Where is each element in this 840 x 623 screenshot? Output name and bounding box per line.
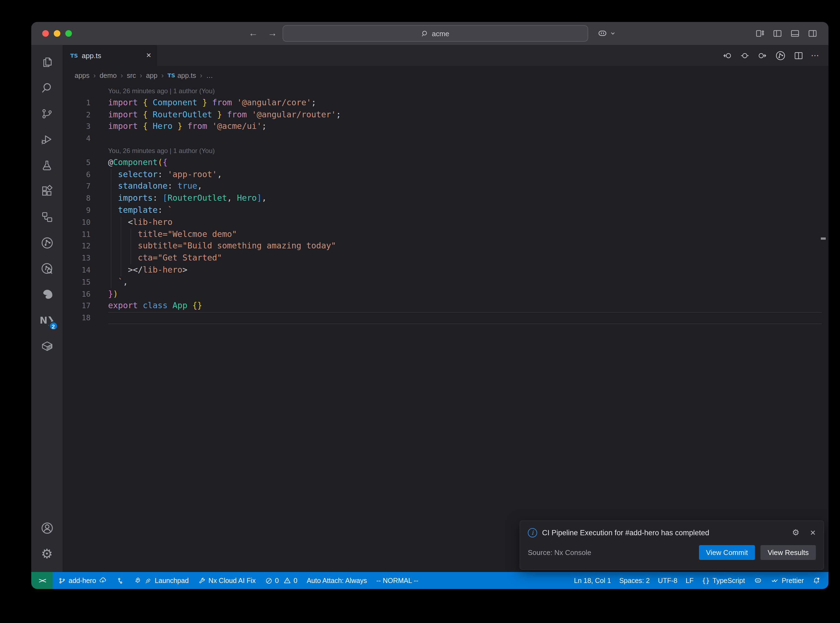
breadcrumb-separator-icon: › [161,71,164,80]
code-line[interactable]: 1import { Component } from '@angular/cor… [63,97,828,109]
code-line[interactable]: 14 ></lib-hero> [63,264,828,276]
view-commit-button[interactable]: View Commit [699,545,755,560]
wrench-icon [198,577,206,584]
code-line[interactable]: 16}) [63,288,828,300]
code-editor[interactable]: You, 26 minutes ago | 1 author (You)1imp… [63,85,828,572]
info-icon: i [528,528,537,537]
run-debug-icon[interactable] [35,127,59,152]
code-line[interactable]: 3import { Hero } from '@acme/ui'; [63,121,828,133]
close-window-button[interactable] [42,30,49,37]
code-line[interactable]: 8 imports: [RouterOutlet, Hero], [63,192,828,204]
nx-graph-icon[interactable] [775,50,786,61]
indent-guide [131,229,131,264]
cursor-position-status[interactable]: Ln 18, Col 1 [574,577,611,584]
tab-close-icon[interactable]: ✕ [146,52,151,59]
breadcrumb-item[interactable]: src [127,72,136,79]
code-line[interactable]: 9 template: ` [63,204,828,216]
screen: ← → acme [0,0,840,623]
more-actions-icon[interactable]: ⋯ [811,51,820,60]
line-number: 6 [63,169,91,181]
navigate-forward-icon[interactable]: → [268,28,277,39]
code-line[interactable]: 12 subtitle="Build something amazing tod… [63,241,828,253]
edge-tools-icon[interactable] [35,281,59,307]
notification-title: CI Pipeline Execution for #add-hero has … [542,528,787,537]
blame-annotation-line[interactable]: You, 26 minutes ago | 1 author (You) [63,85,828,97]
eol-status[interactable]: LF [686,577,694,584]
blame-annotation-line[interactable]: You, 26 minutes ago | 1 author (You) [63,145,828,157]
command-center-search[interactable]: acme [283,25,588,42]
indentation-status[interactable]: Spaces: 2 [619,577,650,584]
notification-close-icon[interactable]: ✕ [810,528,816,537]
source-control-icon[interactable] [35,101,59,127]
editor-group: TS app.ts ✕ ⋯ apps›demo›src›app›TSapp.ts… [63,45,828,572]
line-number [63,85,91,97]
formatter-status[interactable]: Prettier [771,576,804,585]
search-icon[interactable] [35,75,59,101]
vim-mode-status[interactable]: -- NORMAL -- [376,577,418,584]
tab-app-ts[interactable]: TS app.ts ✕ [63,45,157,66]
auto-attach-status[interactable]: Auto Attach: Always [307,577,367,584]
run-back-icon[interactable] [722,50,733,61]
remote-indicator[interactable]: >< [31,572,53,589]
problems-status[interactable]: 0 0 [265,576,297,585]
line-number: 11 [63,229,91,241]
copilot-icon[interactable] [596,28,608,40]
breadcrumb-item[interactable]: app [146,72,157,79]
code-line[interactable]: 7 standalone: true, [63,181,828,193]
language-mode-status[interactable]: {} TypeScript [702,577,745,584]
testing-icon[interactable] [35,152,59,178]
line-number: 9 [63,204,91,216]
run-current-icon[interactable] [740,50,750,61]
breadcrumb-item[interactable]: … [206,72,213,79]
zoom-window-button[interactable] [65,30,72,37]
extensions-icon[interactable] [35,178,59,204]
code-line[interactable]: 6 selector: 'app-root', [63,169,828,181]
nx-project-graph-icon[interactable] [35,230,59,256]
nx-console-icon[interactable]: N❯ 2 [35,307,59,333]
related-views-icon[interactable] [35,204,59,230]
settings-gear-icon[interactable]: ⚙ [35,541,59,566]
code-line[interactable]: 2import { RouterOutlet } from '@angular/… [63,109,828,121]
account-icon[interactable] [35,515,59,541]
breadcrumb-item[interactable]: demo [100,72,117,79]
toggle-secondary-sidebar-icon[interactable] [808,29,817,38]
code-line[interactable]: 10 <lib-hero [63,216,828,229]
code-line[interactable]: 11 title="Welcmoe demo" [63,229,828,241]
copilot-status-icon[interactable] [753,576,762,585]
chevron-down-icon[interactable] [610,31,616,36]
notifications-bell-icon[interactable] [812,576,821,585]
code-line[interactable]: 4 [63,133,828,145]
indent-guide [121,216,121,276]
split-editor-icon[interactable] [793,50,804,61]
line-number: 7 [63,181,91,193]
code-line[interactable]: 13 cta="Get Started" [63,252,828,264]
breadcrumb-item[interactable]: TSapp.ts [167,72,196,79]
code-line[interactable]: 15 `, [63,276,828,288]
navigate-back-icon[interactable]: ← [249,28,258,39]
line-number: 13 [63,252,91,264]
launchpad-status[interactable]: Launchpad [133,576,189,585]
view-results-button[interactable]: View Results [760,545,816,560]
code-line[interactable]: 17export class App {} [63,300,828,312]
git-graph-status-icon[interactable] [116,577,124,584]
nx-graph-search-icon[interactable] [35,256,59,281]
breadcrumb-item[interactable]: apps [75,72,89,79]
nx-cloud-ai-fix-status[interactable]: Nx Cloud AI Fix [198,577,256,584]
toggle-panel-icon[interactable] [790,29,800,38]
plug-icon [144,577,152,584]
nx-cloud-label: Nx Cloud AI Fix [209,577,256,584]
notification-settings-gear-icon[interactable]: ⚙ [792,528,799,537]
explorer-icon[interactable] [35,49,59,75]
code-line[interactable]: 5@Component({ [63,157,828,169]
git-branch-status[interactable]: add-hero [58,576,107,585]
blame-text: You, 26 minutes ago | 1 author (You) [108,87,215,95]
toggle-primary-sidebar-icon[interactable] [772,29,782,38]
encoding-status[interactable]: UTF-8 [658,577,677,584]
customize-layout-icon[interactable] [755,29,765,38]
containers-icon[interactable] [35,333,59,359]
run-forward-icon[interactable] [757,50,768,61]
git-branch-icon [58,577,66,584]
line-number: 16 [63,288,91,300]
minimize-window-button[interactable] [54,30,60,37]
typescript-file-icon: TS [167,72,175,78]
